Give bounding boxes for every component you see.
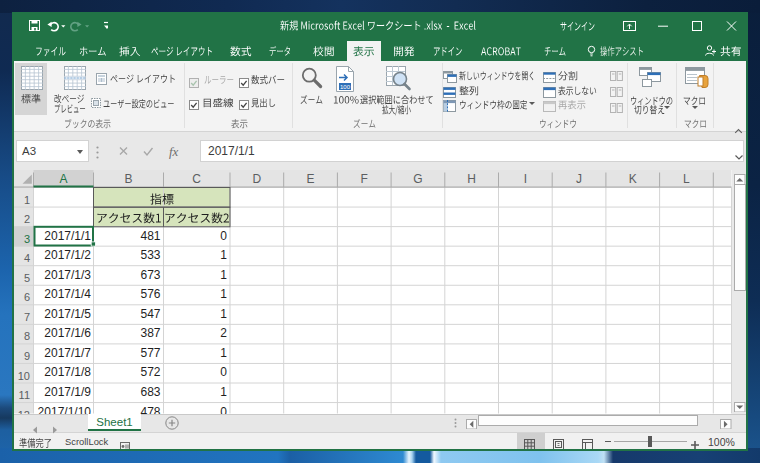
svg-text:673: 673 (140, 268, 160, 282)
svg-text:F: F (361, 172, 368, 186)
svg-text:547: 547 (140, 307, 160, 321)
svg-text:2017/1/3: 2017/1/3 (44, 268, 91, 282)
svg-text:1: 1 (220, 346, 227, 360)
svg-text:3: 3 (24, 233, 30, 245)
svg-text:9: 9 (24, 350, 30, 362)
svg-text:1: 1 (220, 248, 227, 262)
svg-text:2: 2 (220, 326, 227, 340)
svg-text:576: 576 (140, 287, 160, 301)
svg-text:572: 572 (140, 365, 160, 379)
svg-text:577: 577 (140, 346, 160, 360)
svg-text:1: 1 (220, 307, 227, 321)
svg-text:7: 7 (24, 311, 30, 323)
svg-text:100: 100 (340, 83, 351, 89)
svg-text:fx: fx (169, 144, 179, 159)
svg-text:A: A (59, 172, 67, 186)
svg-text:8: 8 (24, 330, 30, 342)
svg-text:1: 1 (220, 385, 227, 399)
svg-text:6: 6 (24, 291, 30, 303)
svg-text:481: 481 (140, 229, 160, 243)
svg-text:2017/1/4: 2017/1/4 (44, 287, 91, 301)
svg-text:2017/1/6: 2017/1/6 (44, 326, 91, 340)
svg-text:2017/1/7: 2017/1/7 (44, 346, 91, 360)
svg-text:1: 1 (24, 194, 30, 206)
svg-text:K: K (629, 172, 637, 186)
svg-text:J: J (576, 172, 582, 186)
svg-text:D: D (252, 172, 261, 186)
svg-text:11: 11 (19, 389, 30, 401)
svg-text:B: B (124, 172, 132, 186)
svg-text:2017/1/2: 2017/1/2 (44, 248, 91, 262)
svg-text:1: 1 (220, 268, 227, 282)
svg-text:I: I (524, 172, 527, 186)
svg-text:2017/1/10: 2017/1/10 (38, 405, 92, 414)
svg-text:533: 533 (140, 248, 160, 262)
svg-text:387: 387 (140, 326, 160, 340)
svg-text:2017/1/5: 2017/1/5 (44, 307, 91, 321)
svg-text:1: 1 (220, 287, 227, 301)
svg-text:2017/1/9: 2017/1/9 (44, 385, 91, 399)
svg-text:12: 12 (18, 409, 30, 414)
svg-text:683: 683 (140, 385, 160, 399)
svg-text:4: 4 (24, 252, 30, 264)
svg-text:G: G (413, 172, 422, 186)
svg-text:0: 0 (220, 229, 227, 243)
svg-text:E: E (306, 172, 314, 186)
svg-text:0: 0 (220, 405, 227, 414)
svg-text:0: 0 (220, 365, 227, 379)
svg-text:H: H (467, 172, 476, 186)
svg-text:2: 2 (24, 213, 30, 225)
svg-text:C: C (192, 172, 201, 186)
svg-text:478: 478 (140, 405, 160, 414)
svg-text:2017/1/1: 2017/1/1 (44, 229, 91, 243)
svg-text:L: L (683, 172, 690, 186)
svg-text:5: 5 (24, 272, 30, 284)
svg-text:2017/1/8: 2017/1/8 (44, 365, 91, 379)
svg-text:10: 10 (18, 370, 30, 382)
